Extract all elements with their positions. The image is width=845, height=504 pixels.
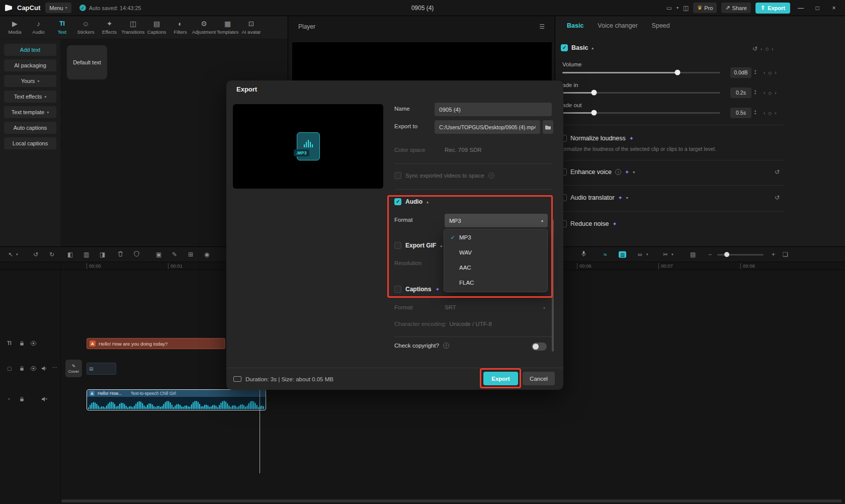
- sidebar-item-add-text[interactable]: Add text: [4, 44, 56, 56]
- chevron-down-icon[interactable]: ▾: [633, 170, 635, 175]
- keyframe-next-icon[interactable]: ›: [775, 70, 776, 75]
- audio-clip[interactable]: A Hello! How... Text-to-speech Chill Gir…: [87, 389, 266, 410]
- copyright-toggle[interactable]: [532, 343, 547, 351]
- format-option-mp3[interactable]: ✓ MP3: [444, 230, 547, 245]
- share-button[interactable]: ⇗ Share: [721, 3, 751, 13]
- zoom-out-icon[interactable]: −: [708, 251, 712, 258]
- link-icon[interactable]: ∞: [638, 251, 642, 258]
- lock-icon[interactable]: [19, 341, 25, 347]
- layout-chevron-icon[interactable]: ▾: [677, 6, 679, 10]
- avatar-tool-icon[interactable]: ◉: [204, 251, 209, 258]
- chevron-down-icon[interactable]: ▾: [626, 196, 628, 200]
- trim-right-icon[interactable]: ◨: [100, 251, 105, 258]
- keyframe-prev-icon[interactable]: ‹: [764, 110, 765, 116]
- collapse-icon[interactable]: ▴: [440, 243, 442, 248]
- keyframe-prev-icon[interactable]: ‹: [760, 46, 762, 52]
- track-view-icon[interactable]: ▥: [619, 251, 626, 258]
- more-icon[interactable]: ⋯: [52, 365, 57, 370]
- browse-folder-button[interactable]: [543, 120, 553, 134]
- keyframe-prev-icon[interactable]: ‹: [764, 90, 765, 96]
- keyframe-next-icon[interactable]: ›: [772, 46, 773, 52]
- mask-icon[interactable]: [134, 250, 139, 258]
- keyframe-icon[interactable]: ◇: [765, 46, 769, 51]
- pro-badge[interactable]: ♛ Pro: [693, 3, 717, 13]
- sidebar-item-yours[interactable]: Yours▾: [4, 75, 56, 87]
- format-select[interactable]: MP3 ▴: [445, 214, 548, 227]
- auto-cut-chevron-icon[interactable]: ▾: [671, 253, 673, 257]
- sidebar-item-text-template[interactable]: Text template▾: [4, 106, 56, 118]
- tab-effects[interactable]: ✦Effects: [98, 20, 121, 35]
- collapse-icon[interactable]: ▴: [592, 46, 594, 50]
- volume-stepper[interactable]: ▴▾: [754, 69, 756, 75]
- collapse-icon[interactable]: ▴: [427, 200, 429, 204]
- tab-stickers[interactable]: ☺Stickers: [74, 20, 98, 35]
- format-option-flac[interactable]: FLAC: [444, 275, 547, 290]
- text-clip[interactable]: A Hello! How are you doing today?: [87, 338, 225, 349]
- menu-button[interactable]: Menu▾: [45, 3, 71, 13]
- fade-out-slider[interactable]: [562, 112, 720, 114]
- format-option-wav[interactable]: WAV: [444, 245, 547, 260]
- tab-text[interactable]: TIText: [50, 20, 74, 35]
- cover-button[interactable]: ✎ Cover: [65, 360, 82, 377]
- fade-out-value[interactable]: 0.5s: [730, 108, 751, 118]
- sidebar-item-local-captions[interactable]: Local captions: [4, 137, 56, 149]
- keyframe-icon[interactable]: ◇: [768, 111, 772, 116]
- show-waveform-icon[interactable]: ≈: [604, 251, 607, 258]
- select-tool-chevron-icon[interactable]: ▾: [16, 253, 18, 257]
- captions-checkbox[interactable]: [394, 286, 401, 293]
- keyframe-icon[interactable]: ◇: [768, 70, 772, 75]
- keyframe-next-icon[interactable]: ›: [775, 110, 776, 116]
- background-icon[interactable]: ▣: [156, 251, 161, 258]
- default-text-card[interactable]: Default text: [67, 45, 107, 79]
- export-top-button[interactable]: ⇧ Export: [755, 3, 790, 14]
- format-option-aac[interactable]: AAC: [444, 260, 547, 275]
- inspector-tab-basic[interactable]: Basic: [567, 22, 583, 29]
- volume-slider-knob[interactable]: [675, 70, 681, 75]
- volume-value[interactable]: 0.0dB: [730, 67, 751, 78]
- video-clip[interactable]: ▤: [87, 363, 116, 375]
- player-menu-icon[interactable]: ☰: [539, 23, 545, 30]
- tab-adjustment[interactable]: ⚙Adjustment: [192, 20, 216, 35]
- fade-in-stepper[interactable]: ▴▾: [754, 89, 756, 95]
- eye-icon[interactable]: [30, 341, 37, 347]
- layout-icon[interactable]: ▭: [666, 5, 672, 12]
- fade-in-slider[interactable]: [562, 92, 720, 94]
- lock-icon[interactable]: [19, 396, 25, 403]
- zoom-slider-knob[interactable]: [724, 252, 729, 257]
- reset-icon[interactable]: ↺: [752, 45, 757, 52]
- mute-icon[interactable]: [41, 366, 47, 372]
- enhance-voice-reset-icon[interactable]: ↺: [775, 169, 780, 176]
- sidebar-item-auto-captions[interactable]: Auto captions: [4, 122, 56, 134]
- tab-media[interactable]: ▶Media: [3, 20, 27, 35]
- trim-left-icon[interactable]: ◧: [67, 251, 73, 258]
- keyframe-icon[interactable]: ◇: [768, 91, 772, 96]
- inspector-tab-speed[interactable]: Speed: [652, 22, 670, 29]
- sidebar-item-ai-packaging[interactable]: AI packaging: [4, 59, 56, 71]
- select-tool-icon[interactable]: ↖: [8, 251, 13, 258]
- close-button[interactable]: ×: [828, 5, 840, 12]
- panels-icon[interactable]: ◫: [683, 5, 689, 12]
- undo-icon[interactable]: ↺: [33, 251, 38, 258]
- export-to-input[interactable]: [435, 120, 540, 134]
- delete-icon[interactable]: [118, 250, 123, 258]
- filmstrip-icon[interactable]: ▤: [690, 251, 696, 258]
- inspector-tab-voice-changer[interactable]: Voice changer: [598, 22, 637, 29]
- name-input[interactable]: [435, 103, 552, 116]
- lock-icon[interactable]: [19, 366, 25, 372]
- timeline-hscrollbar[interactable]: [61, 499, 842, 502]
- eye-icon[interactable]: [30, 366, 37, 372]
- sidebar-item-text-effects[interactable]: Text effects▾: [4, 91, 56, 103]
- tab-transitions[interactable]: ◫Transitions: [121, 20, 145, 35]
- tab-filters[interactable]: ◐Filters: [168, 20, 192, 35]
- keyframe-next-icon[interactable]: ›: [775, 90, 776, 96]
- audio-checkbox[interactable]: [394, 198, 401, 205]
- audio-translator-reset-icon[interactable]: ↺: [775, 194, 780, 201]
- split-icon[interactable]: ▥: [83, 251, 89, 258]
- tab-captions[interactable]: ▤Captions: [145, 20, 168, 35]
- basic-checkbox[interactable]: [561, 44, 568, 51]
- marker-icon[interactable]: ✎: [172, 251, 177, 258]
- tab-audio[interactable]: ♪Audio: [27, 20, 50, 35]
- auto-cut-icon[interactable]: ✂: [663, 251, 668, 258]
- keyframe-prev-icon[interactable]: ‹: [764, 70, 765, 75]
- record-voiceover-icon[interactable]: [581, 250, 586, 259]
